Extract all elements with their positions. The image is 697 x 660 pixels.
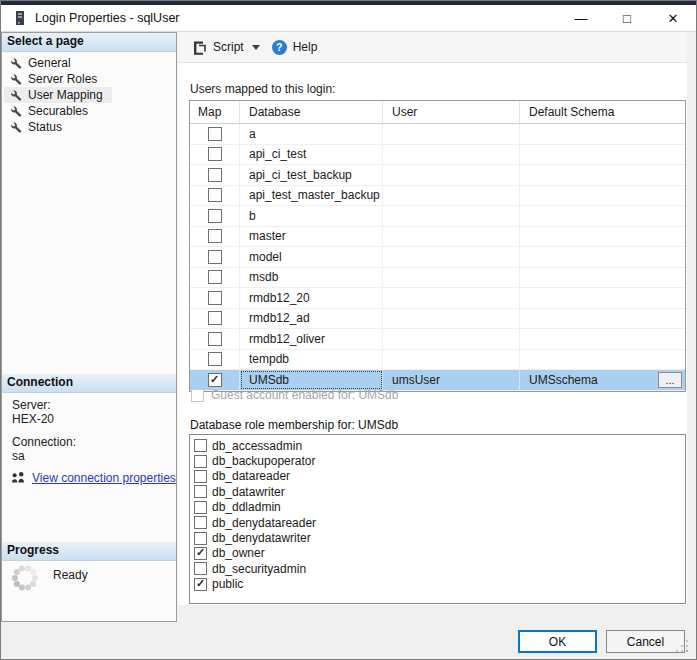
page-label: User Mapping [28, 88, 103, 102]
user-cell [383, 145, 520, 165]
cancel-button[interactable]: Cancel [606, 630, 685, 653]
select-a-page-header: Select a page [2, 33, 176, 52]
role-checkbox[interactable] [194, 485, 207, 498]
role-item[interactable]: db_securityadmin [193, 561, 685, 576]
sidebar-item-status[interactable]: Status [4, 119, 71, 135]
script-button[interactable]: Script [187, 37, 249, 58]
database-cell: master [240, 227, 383, 247]
script-dropdown-arrow[interactable] [249, 42, 267, 53]
maximize-button[interactable]: □ [604, 5, 650, 31]
view-connection-properties-link[interactable]: View connection properties [32, 471, 176, 485]
map-checkbox[interactable] [208, 373, 222, 387]
user-cell [383, 350, 520, 370]
page-label: Securables [28, 104, 88, 118]
map-checkbox[interactable] [208, 188, 222, 202]
mapping-row[interactable]: a [190, 124, 685, 145]
schema-browse-button[interactable]: ... [658, 372, 682, 388]
role-checkbox[interactable] [194, 578, 207, 591]
map-checkbox[interactable] [208, 147, 222, 161]
wrench-icon [10, 57, 22, 69]
role-checkbox[interactable] [194, 532, 207, 545]
title-bar[interactable]: Login Properties - sqlUser — □ ✕ [1, 5, 696, 32]
role-checkbox[interactable] [194, 439, 207, 452]
map-checkbox[interactable] [208, 209, 222, 223]
role-checkbox[interactable] [194, 501, 207, 514]
map-checkbox[interactable] [208, 291, 222, 305]
mapping-row[interactable]: rmdb12_ad [190, 309, 685, 330]
role-item[interactable]: db_backupoperator [193, 453, 685, 468]
page-list: General Server Roles User Mapping Secura… [4, 55, 112, 135]
database-cell: rmdb12_ad [240, 309, 383, 329]
column-header-map: Map [190, 101, 240, 123]
login-properties-dialog: Login Properties - sqlUser — □ ✕ Select … [0, 0, 697, 660]
role-checkbox[interactable] [194, 470, 207, 483]
map-checkbox[interactable] [208, 332, 222, 346]
role-label: db_denydatawriter [212, 531, 311, 545]
progress-header: Progress [2, 542, 176, 561]
map-checkbox[interactable] [208, 352, 222, 366]
role-checkbox[interactable] [194, 455, 207, 468]
database-cell: UMSdb [240, 370, 383, 390]
sidebar-item-securables[interactable]: Securables [4, 103, 97, 119]
database-cell: api_ci_test [240, 145, 383, 165]
role-checkbox[interactable] [194, 562, 207, 575]
wrench-icon [10, 89, 22, 101]
mapping-row[interactable]: rmdb12_oliver [190, 329, 685, 350]
mapping-row[interactable]: rmdb12_20 [190, 288, 685, 309]
map-checkbox[interactable] [208, 168, 222, 182]
map-checkbox[interactable] [208, 311, 222, 325]
mapping-row[interactable]: master [190, 227, 685, 248]
role-item[interactable]: db_accessadmin [193, 438, 685, 453]
page-selector-panel: Select a page General Server Roles User … [1, 32, 177, 622]
sidebar-item-server-roles[interactable]: Server Roles [4, 71, 106, 87]
map-checkbox[interactable] [208, 229, 222, 243]
user-cell: umsUser [383, 370, 520, 390]
database-cell: a [240, 124, 383, 144]
connection-header: Connection [2, 374, 176, 393]
guest-account-row: Guest account enabled for: UMSdb [191, 388, 398, 402]
sidebar-item-general[interactable]: General [4, 55, 80, 71]
user-cell [383, 165, 520, 185]
wrench-icon [10, 73, 22, 85]
map-checkbox[interactable] [208, 270, 222, 284]
role-item[interactable]: db_datareader [193, 469, 685, 484]
mapping-row[interactable]: b [190, 206, 685, 227]
role-item[interactable]: db_owner [193, 546, 685, 561]
role-item[interactable]: public [193, 577, 685, 592]
page-label: Status [28, 120, 62, 134]
mapping-row[interactable]: model [190, 247, 685, 268]
sidebar-item-user-mapping[interactable]: User Mapping [4, 87, 112, 103]
role-item[interactable]: db_denydatawriter [193, 530, 685, 545]
users-mapped-caption: Users mapped to this login: [190, 82, 335, 96]
user-cell [383, 124, 520, 144]
wrench-icon [10, 105, 22, 117]
map-checkbox[interactable] [208, 250, 222, 264]
mapping-row[interactable]: api_ci_test [190, 145, 685, 166]
mapping-row[interactable]: msdb [190, 268, 685, 289]
role-label: db_ddladmin [212, 500, 281, 514]
connection-label: Connection: [12, 435, 176, 449]
mapping-row[interactable]: tempdb [190, 350, 685, 371]
connection-info: Server: HEX-20 Connection: sa View conne… [12, 398, 176, 485]
close-button[interactable]: ✕ [650, 5, 696, 31]
ok-button[interactable]: OK [518, 630, 597, 653]
window-controls: — □ ✕ [558, 5, 696, 31]
mapping-row[interactable]: api_test_master_backup [190, 186, 685, 207]
role-label: db_backupoperator [212, 454, 315, 468]
role-label: db_owner [212, 546, 265, 560]
role-item[interactable]: db_ddladmin [193, 500, 685, 515]
role-checkbox[interactable] [194, 516, 207, 529]
page-label: General [28, 56, 71, 70]
role-checkbox[interactable] [194, 547, 207, 560]
resize-grip[interactable] [686, 650, 688, 652]
mapping-row[interactable]: api_ci_test_backup [190, 165, 685, 186]
help-button[interactable]: Help [267, 37, 323, 58]
server-label: Server: [12, 398, 176, 412]
role-item[interactable]: db_denydatareader [193, 515, 685, 530]
minimize-button[interactable]: — [558, 5, 604, 31]
help-icon [272, 40, 287, 55]
database-cell: model [240, 247, 383, 267]
role-item[interactable]: db_datawriter [193, 484, 685, 499]
map-checkbox[interactable] [208, 127, 222, 141]
page-label: Server Roles [28, 72, 97, 86]
